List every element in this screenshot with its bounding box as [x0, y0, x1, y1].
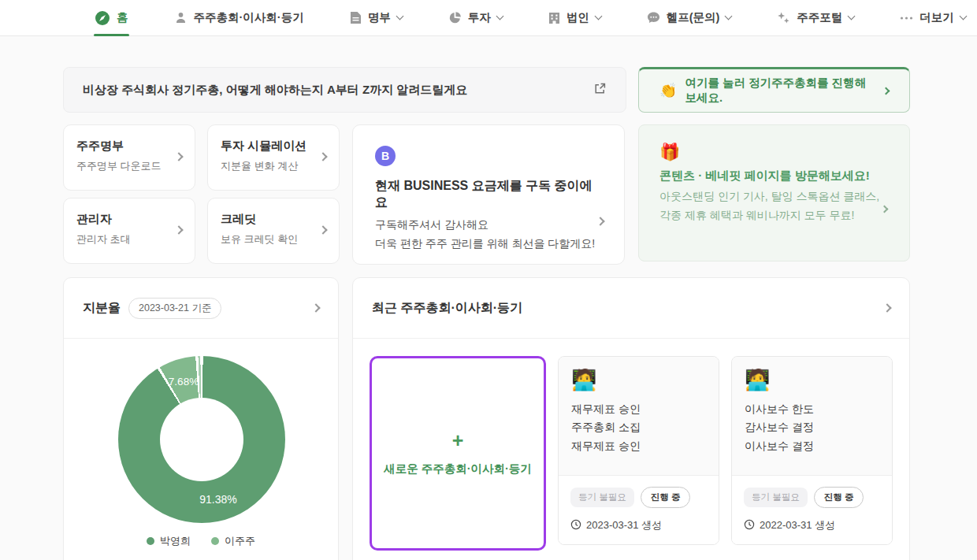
new-meeting-button[interactable]: + 새로운 주주총회·이사회·등기 — [370, 356, 546, 551]
new-meeting-label: 새로운 주주총회·이사회·등기 — [384, 462, 532, 477]
clock-icon — [570, 519, 581, 532]
recent-meetings-panel: 최근 주주총회·이사회·등기 + 새로운 주주총회·이사회·등기 🧑‍💻 재무제… — [352, 277, 910, 560]
card-title: 크레딧 — [221, 212, 326, 227]
ownership-title: 지분율 — [83, 300, 121, 317]
ownership-panel-header[interactable]: 지분율 2023-03-21 기준 — [64, 278, 338, 339]
legend-dot-icon — [147, 537, 154, 545]
meeting-card[interactable]: 🧑‍💻 재무제표 승인 주주총회 소집 재무제표 승인 등기 불필요 진행 중 — [558, 356, 719, 545]
top-navigation: 홈 주주총회·이사회·등기 명부 투자 법인 헬프(문의) — [0, 0, 977, 36]
card-subtitle: 지분율 변화 계산 — [221, 159, 326, 173]
nav-label: 더보기 — [919, 10, 954, 25]
clock-icon — [744, 519, 755, 532]
sparkles-icon — [777, 11, 790, 24]
chevron-down-icon — [396, 13, 403, 20]
legend-dot-icon — [211, 537, 219, 545]
legend-label: 박영희 — [160, 534, 191, 548]
technologist-emoji-icon: 🧑‍💻 — [571, 369, 706, 391]
guide-banner-text: 비상장 주식회사 정기주총, 어떻게 해야하는지 A부터 Z까지 알려드릴게요 — [83, 83, 467, 98]
nav-label: 주주포털 — [797, 10, 842, 25]
chevron-right-icon — [311, 303, 320, 312]
meeting-card-footer: 등기 불필요 진행 중 2022-03-31 생성 — [732, 475, 892, 544]
plan-badge-icon: B — [375, 146, 396, 166]
annual-meeting-cta-button[interactable]: 👏 여기를 눌러 정기주주총회를 진행해보세요. — [638, 67, 910, 113]
agenda-list: 이사보수 한도 감사보수 결정 이사보수 결정 — [745, 400, 879, 456]
subscription-plan-card[interactable]: B 현재 BUSINESS 요금제를 구독 중이에요 구독해주셔서 감사해요 더… — [352, 124, 625, 265]
created-date: 2022-03-31 생성 — [760, 518, 835, 532]
plan-line: 더욱 편한 주주 관리를 위해 최선을 다할게요! — [375, 237, 602, 251]
pie-icon — [448, 11, 462, 24]
benefit-page-card[interactable]: 🎁 콘텐츠 · 베네핏 페이지를 방문해보세요! 아웃스탠딩 인기 기사, 탈잉… — [638, 124, 910, 261]
nav-item-investment[interactable]: 투자 — [448, 0, 503, 36]
meeting-card-body: 🧑‍💻 이사보수 한도 감사보수 결정 이사보수 결정 — [732, 357, 892, 475]
meeting-card-body: 🧑‍💻 재무제표 승인 주주총회 소집 재무제표 승인 — [559, 357, 719, 475]
created-date: 2023-03-31 생성 — [586, 518, 662, 532]
legend-label: 이주주 — [225, 534, 255, 548]
agenda-item: 이사보수 결정 — [745, 437, 879, 456]
registration-status-badge: 등기 불필요 — [744, 488, 808, 507]
progress-status-badge: 진행 중 — [641, 487, 691, 508]
nav-item-meetings[interactable]: 주주총회·이사회·등기 — [174, 0, 304, 36]
shareholder-list-card[interactable]: 주주명부 주주명부 다운로드 — [63, 124, 195, 191]
ownership-donut-chart: 7.68% 91.38% 박영희 이주주 — [64, 339, 338, 560]
clap-emoji-icon: 👏 — [659, 82, 677, 99]
guide-banner[interactable]: 비상장 주식회사 정기주총, 어떻게 해야하는지 A부터 Z까지 알려드릴게요 — [63, 67, 626, 113]
technologist-emoji-icon: 🧑‍💻 — [745, 369, 879, 391]
gift-emoji-icon: 🎁 — [659, 143, 889, 161]
recent-title: 최근 주주총회·이사회·등기 — [372, 300, 522, 317]
card-subtitle: 관리자 초대 — [76, 232, 182, 247]
building-icon — [548, 11, 560, 24]
nav-item-more[interactable]: 더보기 — [900, 0, 966, 36]
chevron-down-icon — [725, 13, 733, 20]
chart-legend: 박영희 이주주 — [64, 534, 338, 548]
more-dots-icon — [900, 16, 913, 20]
slice-label-big: 91.38% — [199, 493, 236, 506]
donut-hole — [160, 398, 243, 481]
nav-item-help[interactable]: 헬프(문의) — [647, 0, 732, 36]
document-icon — [350, 11, 362, 24]
benefit-line: 각종 제휴 혜택과 웨비나까지 모두 무료! — [659, 209, 889, 223]
agenda-item: 주주총회 소집 — [571, 418, 706, 437]
investment-simulation-card[interactable]: 투자 시뮬레이션 지분율 변화 계산 — [207, 124, 340, 191]
ownership-date-badge: 2023-03-21 기준 — [128, 298, 221, 319]
card-subtitle: 보유 크레딧 확인 — [221, 232, 326, 247]
chevron-right-icon — [882, 303, 891, 312]
nav-item-registry[interactable]: 명부 — [350, 0, 403, 36]
card-title: 투자 시뮬레이션 — [221, 139, 326, 154]
meeting-card-footer: 등기 불필요 진행 중 2023-03-31 생성 — [559, 475, 719, 544]
nav-item-corporation[interactable]: 법인 — [548, 0, 601, 36]
nav-item-shareholder-portal[interactable]: 주주포털 — [777, 0, 854, 36]
chevron-down-icon — [848, 13, 856, 20]
progress-status-badge: 진행 중 — [814, 487, 864, 508]
plan-line: 구독해주셔서 감사해요 — [375, 218, 602, 232]
nav-label: 명부 — [368, 10, 391, 25]
recent-panel-header[interactable]: 최근 주주총회·이사회·등기 — [353, 278, 909, 339]
credit-card[interactable]: 크레딧 보유 크레딧 확인 — [207, 198, 340, 264]
person-icon — [174, 11, 188, 24]
card-subtitle: 주주명부 다운로드 — [76, 159, 182, 173]
agenda-item: 재무제표 승인 — [571, 400, 706, 419]
legend-item: 이주주 — [211, 534, 255, 548]
nav-item-home[interactable]: 홈 — [95, 0, 128, 36]
nav-label: 투자 — [468, 10, 491, 25]
chevron-down-icon — [594, 13, 602, 20]
chevron-right-icon — [882, 87, 890, 95]
card-title: 관리자 — [76, 212, 182, 227]
nav-label: 주주총회·이사회·등기 — [194, 10, 304, 25]
chat-icon — [647, 11, 660, 24]
quick-links-grid: 주주명부 주주명부 다운로드 투자 시뮬레이션 지분율 변화 계산 관리자 관리… — [63, 124, 340, 265]
chevron-down-icon — [959, 13, 967, 20]
nav-label: 홈 — [117, 10, 128, 25]
nav-label: 헬프(문의) — [667, 10, 720, 25]
admin-card[interactable]: 관리자 관리자 초대 — [63, 198, 195, 264]
ownership-panel: 지분율 2023-03-21 기준 7.68% 91.38% 박영희 — [63, 277, 339, 560]
plus-icon: + — [452, 431, 464, 451]
meeting-card[interactable]: 🧑‍💻 이사보수 한도 감사보수 결정 이사보수 결정 등기 불필요 진행 중 — [731, 356, 893, 545]
agenda-item: 재무제표 승인 — [571, 437, 706, 456]
chevron-down-icon — [496, 13, 503, 20]
slice-label-small: 7.68% — [169, 376, 199, 388]
benefit-title: 콘텐츠 · 베네핏 페이지를 방문해보세요! — [659, 169, 889, 184]
compass-icon — [95, 10, 110, 26]
external-link-icon — [593, 82, 607, 98]
donut-chart: 7.68% 91.38% — [118, 356, 285, 523]
plan-title: 현재 BUSINESS 요금제를 구독 중이에요 — [375, 178, 602, 211]
